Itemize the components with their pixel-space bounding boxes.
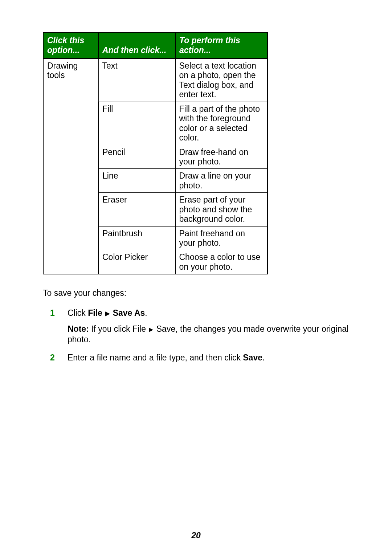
cell-action: Draw free-hand on your photo. [175, 145, 268, 169]
cell-click: Paintbrush [98, 226, 175, 250]
page-number: 20 [0, 531, 392, 540]
cell-action: Fill a part of the photo with the foregr… [175, 102, 268, 145]
arrow-icon: ▶ [105, 310, 110, 317]
cell-action: Choose a color to use on your photo. [175, 250, 268, 274]
save-instructions: To save your changes: 1 Click File ▶ Sav… [43, 288, 349, 368]
cell-action: Draw a line on your photo. [175, 169, 268, 193]
step-body: Click File ▶ Save As. Note: If you click… [68, 308, 349, 345]
save-intro: To save your changes: [43, 288, 349, 298]
header-click-option: Click this option... [43, 32, 98, 58]
step-number: 2 [43, 353, 68, 368]
cell-click: Line [98, 169, 175, 193]
cell-group-label: Drawing tools [43, 58, 98, 274]
step-1-note: Note: If you click File ▶ Save, the chan… [68, 324, 349, 345]
step-2-text: Enter a file name and a file type, and t… [68, 353, 349, 363]
cell-click: Eraser [98, 193, 175, 226]
text: Enter a file name and a file type, and t… [68, 353, 243, 362]
steps-list: 1 Click File ▶ Save As. Note: If you cli… [43, 308, 349, 368]
cell-action: Paint freehand on your photo. [175, 226, 268, 250]
note-label: Note: [68, 324, 89, 334]
text: . [262, 353, 265, 362]
table-header-row: Click this option... And then click... T… [43, 32, 268, 58]
text: Click [68, 308, 88, 318]
text: If you click File [89, 324, 148, 334]
header-and-then-click: And then click... [98, 32, 175, 58]
step-body: Enter a file name and a file type, and t… [68, 353, 349, 368]
cell-action: Select a text location on a photo, open … [175, 58, 268, 102]
cell-click: Fill [98, 102, 175, 145]
button-save: Save [243, 353, 262, 362]
menu-file: File [88, 308, 102, 318]
cell-click: Color Picker [98, 250, 175, 274]
step-1-text: Click File ▶ Save As. [68, 308, 349, 318]
menu-save-as: Save As [113, 308, 145, 318]
cell-action: Erase part of your photo and show the ba… [175, 193, 268, 226]
step-1: 1 Click File ▶ Save As. Note: If you cli… [43, 308, 349, 345]
cell-click: Pencil [98, 145, 175, 169]
step-2: 2 Enter a file name and a file type, and… [43, 353, 349, 368]
text: . [145, 308, 147, 318]
document-page: Click this option... And then click... T… [0, 0, 392, 555]
cell-click: Text [98, 58, 175, 102]
header-action: To perform this action... [175, 32, 268, 58]
step-number: 1 [43, 308, 68, 345]
drawing-tools-table: Click this option... And then click... T… [43, 32, 268, 274]
table-row: Drawing tools Text Select a text locatio… [43, 58, 268, 102]
arrow-icon: ▶ [148, 326, 154, 333]
